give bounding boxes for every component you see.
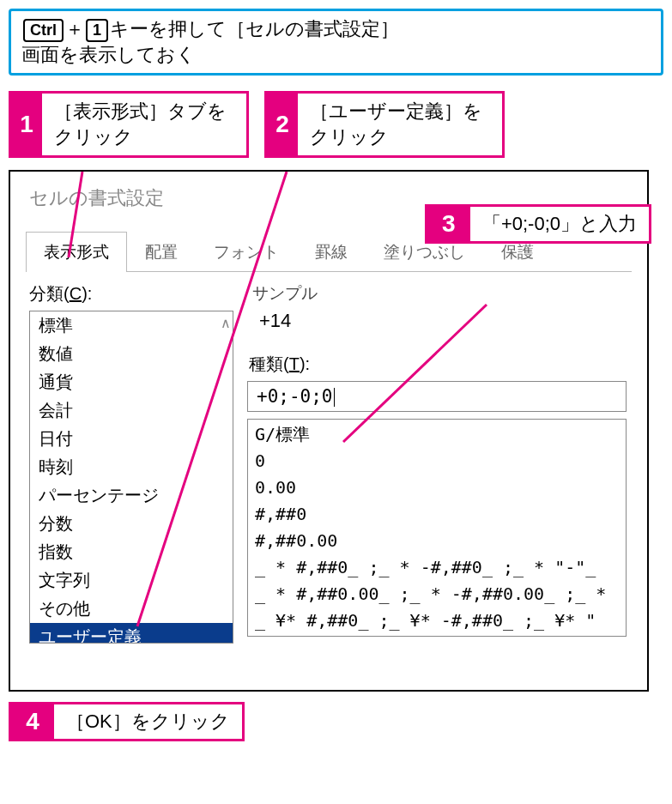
type-label: 種類(T): bbox=[249, 353, 632, 376]
category-listbox[interactable]: ∧ 標準 数値 通貨 会計 日付 時刻 パーセンテージ 分数 指数 文字列 その… bbox=[29, 311, 233, 644]
list-item[interactable]: 時刻 bbox=[30, 453, 233, 481]
list-item-selected[interactable]: ユーザー定義 bbox=[30, 623, 233, 644]
tab-number-format[interactable]: 表示形式 bbox=[26, 232, 127, 272]
list-item[interactable]: _ ¥* #,##0.00_ ;_ ¥* -#,##0.00_ ; bbox=[255, 634, 619, 637]
type-input[interactable]: +0;-0;0 bbox=[247, 381, 627, 412]
list-item[interactable]: _ ¥* #,##0_ ;_ ¥* -#,##0_ ;_ ¥* " bbox=[255, 608, 619, 634]
step-number: 2 bbox=[267, 94, 298, 155]
list-item[interactable]: _ * #,##0_ ;_ * -#,##0_ ;_ * "-"_ bbox=[255, 554, 619, 581]
list-item[interactable]: その他 bbox=[30, 595, 233, 623]
intro-instruction: Ctrl＋1キーを押して［セルの書式設定］ 画面を表示しておく bbox=[9, 9, 663, 76]
step-text: 「+0;-0;0」と入力 bbox=[470, 207, 649, 241]
list-item[interactable]: 会計 bbox=[30, 396, 233, 425]
list-item[interactable]: 0.00 bbox=[255, 475, 619, 501]
step-text: ［表示形式］タブをクリック bbox=[42, 94, 246, 155]
format-cells-dialog: セルの書式設定 表示形式 配置 フォント 罫線 塗りつぶし 保護 分類(C): … bbox=[9, 170, 649, 692]
list-item[interactable]: #,##0 bbox=[255, 501, 619, 528]
callout-4: 4 ［OK］をクリック bbox=[9, 702, 245, 741]
list-item[interactable]: 数値 bbox=[30, 340, 233, 368]
kbd-1: 1 bbox=[86, 19, 108, 42]
list-item[interactable]: 通貨 bbox=[30, 368, 233, 396]
tab-font[interactable]: フォント bbox=[196, 232, 297, 272]
step-number: 4 bbox=[11, 704, 54, 739]
list-item[interactable]: #,##0.00 bbox=[255, 528, 619, 554]
kbd-ctrl: Ctrl bbox=[23, 19, 64, 42]
list-item[interactable]: 文字列 bbox=[30, 566, 233, 595]
list-item[interactable]: 指数 bbox=[30, 538, 233, 566]
callout-2: 2 ［ユーザー定義］をクリック bbox=[264, 91, 505, 158]
list-item[interactable]: 日付 bbox=[30, 425, 233, 453]
list-item[interactable]: G/標準 bbox=[255, 421, 619, 448]
callout-1: 1 ［表示形式］タブをクリック bbox=[9, 91, 249, 158]
scroll-up-icon[interactable]: ∧ bbox=[221, 315, 231, 331]
list-item[interactable]: 0 bbox=[255, 448, 619, 475]
tab-border[interactable]: 罫線 bbox=[297, 232, 366, 272]
category-label: 分類(C): bbox=[29, 282, 233, 305]
callouts-row: 1 ［表示形式］タブをクリック 2 ［ユーザー定義］をクリック 3 「+0;-0… bbox=[9, 91, 663, 158]
sample-label: サンプル bbox=[247, 282, 632, 305]
dialog-wrapper: セルの書式設定 表示形式 配置 フォント 罫線 塗りつぶし 保護 分類(C): … bbox=[9, 170, 663, 692]
list-item[interactable]: パーセンテージ bbox=[30, 481, 233, 510]
tab-alignment[interactable]: 配置 bbox=[127, 232, 196, 272]
list-item[interactable]: 分数 bbox=[30, 510, 233, 538]
step-number: 3 bbox=[427, 207, 470, 241]
list-item[interactable]: _ * #,##0.00_ ;_ * -#,##0.00_ ;_ * bbox=[255, 581, 619, 608]
step-text: ［ユーザー定義］をクリック bbox=[298, 94, 502, 155]
callout-3: 3 「+0;-0;0」と入力 bbox=[425, 204, 651, 244]
step-text: ［OK］をクリック bbox=[54, 704, 242, 739]
list-item[interactable]: 標準 bbox=[30, 311, 233, 340]
sample-value: +14 bbox=[247, 308, 632, 344]
step-number: 1 bbox=[11, 94, 42, 155]
format-listbox[interactable]: G/標準 0 0.00 #,##0 #,##0.00 _ * #,##0_ ;_… bbox=[247, 419, 627, 637]
